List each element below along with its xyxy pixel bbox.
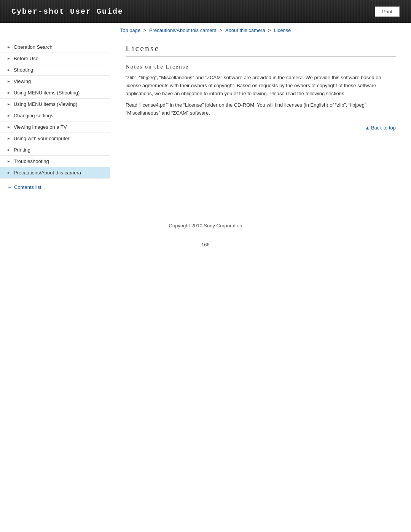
sidebar-item-changing-settings[interactable]: ► Changing settings bbox=[0, 110, 110, 121]
contents-list-link[interactable]: → Contents list bbox=[0, 181, 110, 192]
sidebar-item-troubleshooting[interactable]: ► Troubleshooting bbox=[0, 156, 110, 167]
sidebar-item-viewing[interactable]: ► Viewing bbox=[0, 76, 110, 87]
back-to-top-link[interactable]: ▲Back to top bbox=[365, 125, 396, 131]
sidebar-label-0: Operation Search bbox=[14, 44, 53, 50]
back-to-top-container: ▲Back to top bbox=[126, 125, 396, 131]
sidebar-item-shooting[interactable]: ► Shooting bbox=[0, 64, 110, 76]
sidebar-label-3: Viewing bbox=[14, 78, 31, 84]
arrow-icon-4: ► bbox=[7, 91, 11, 95]
breadcrumb-sep-3: > bbox=[268, 27, 272, 33]
arrow-icon-2: ► bbox=[7, 68, 11, 72]
arrow-icon-9: ► bbox=[7, 148, 11, 152]
sidebar-item-computer[interactable]: ► Using with your computer bbox=[0, 133, 110, 144]
footer: Copyright 2010 Sony Corporation bbox=[0, 215, 411, 236]
arrow-right-icon: → bbox=[7, 184, 12, 190]
arrow-icon-1: ► bbox=[7, 56, 11, 61]
contents-list-label: Contents list bbox=[14, 184, 41, 190]
content-paragraph-2: Read “license4.pdf” in the “License” fol… bbox=[126, 101, 396, 117]
sidebar-item-viewing-tv[interactable]: ► Viewing images on a TV bbox=[0, 121, 110, 133]
arrow-icon-7: ► bbox=[7, 125, 11, 129]
page-number: 166 bbox=[0, 236, 411, 253]
breadcrumb-precautions[interactable]: Precautions/About this camera bbox=[149, 27, 217, 33]
sidebar-item-printing[interactable]: ► Printing bbox=[0, 144, 110, 156]
arrow-icon-0: ► bbox=[7, 45, 11, 49]
sidebar-label-2: Shooting bbox=[14, 67, 33, 73]
sidebar-label-9: Printing bbox=[14, 147, 30, 153]
breadcrumb-sep-1: > bbox=[143, 27, 148, 33]
breadcrumb-about-camera[interactable]: About this camera bbox=[225, 27, 265, 33]
sidebar-label-8: Using with your computer bbox=[14, 136, 70, 141]
sidebar: ► Operation Search ► Before Use ► Shooti… bbox=[0, 38, 110, 200]
sidebar-item-menu-viewing[interactable]: ► Using MENU items (Viewing) bbox=[0, 99, 110, 110]
arrow-icon-8: ► bbox=[7, 136, 11, 141]
breadcrumb-sep-2: > bbox=[220, 27, 224, 33]
breadcrumb-top-page[interactable]: Top page bbox=[120, 27, 141, 33]
sidebar-item-precautions[interactable]: ► Precautions/About this camera bbox=[0, 167, 110, 179]
page-title: License bbox=[126, 43, 396, 57]
main-content-area: License Notes on the License “zlib”, “li… bbox=[110, 38, 411, 200]
arrow-icon-3: ► bbox=[7, 79, 11, 83]
main-layout: ► Operation Search ► Before Use ► Shooti… bbox=[0, 38, 411, 200]
back-to-top-label: Back to top bbox=[371, 125, 396, 131]
breadcrumb: Top page > Precautions/About this camera… bbox=[0, 23, 411, 38]
breadcrumb-license[interactable]: License bbox=[274, 27, 291, 33]
sidebar-label-5: Using MENU items (Viewing) bbox=[14, 101, 77, 107]
sidebar-item-operation-search[interactable]: ► Operation Search bbox=[0, 42, 110, 53]
sidebar-label-6: Changing settings bbox=[14, 113, 53, 118]
app-title: Cyber-shot User Guide bbox=[0, 7, 123, 16]
arrow-icon-5: ► bbox=[7, 102, 11, 106]
sidebar-label-11: Precautions/About this camera bbox=[14, 170, 81, 176]
arrow-icon-11: ► bbox=[7, 171, 11, 175]
sidebar-label-10: Troubleshooting bbox=[14, 158, 49, 164]
arrow-icon-10: ► bbox=[7, 159, 11, 163]
sidebar-item-before-use[interactable]: ► Before Use bbox=[0, 53, 110, 64]
sidebar-label-1: Before Use bbox=[14, 56, 38, 61]
section-title: Notes on the License bbox=[126, 64, 396, 70]
sidebar-label-4: Using MENU items (Shooting) bbox=[14, 90, 80, 96]
print-button[interactable]: Print bbox=[375, 6, 400, 17]
triangle-up-icon: ▲ bbox=[365, 125, 370, 131]
sidebar-item-menu-shooting[interactable]: ► Using MENU items (Shooting) bbox=[0, 87, 110, 99]
sidebar-label-7: Viewing images on a TV bbox=[14, 124, 67, 130]
arrow-icon-6: ► bbox=[7, 113, 11, 118]
copyright-text: Copyright 2010 Sony Corporation bbox=[169, 223, 242, 228]
content-paragraph-1: “zlib”, “libjpeg”, “Miscellaneous” and “… bbox=[126, 74, 396, 97]
header: Cyber-shot User Guide Print bbox=[0, 0, 411, 23]
